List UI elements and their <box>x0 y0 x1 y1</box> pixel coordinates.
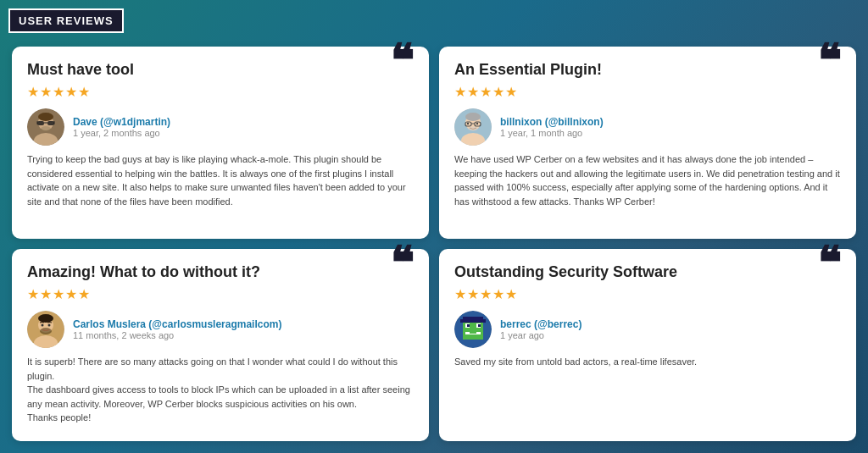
reviewer-time-3: 11 months, 2 weeks ago <box>73 330 281 340</box>
avatar-3 <box>27 311 64 348</box>
review-card-4: ❝ Outstanding Security Software ★★★★★ <box>439 249 856 441</box>
svg-rect-5 <box>47 121 54 125</box>
quote-icon-4: ❝ <box>817 242 841 286</box>
stars-1: ★★★★★ <box>27 84 414 100</box>
review-title-3: Amazing! What to do without it? <box>27 262 414 282</box>
reviewer-time-2: 1 year, 1 month ago <box>500 128 604 138</box>
svg-rect-38 <box>460 319 486 323</box>
reviewer-info-1: Dave (@w1djmartin) 1 year, 2 months ago <box>73 116 170 138</box>
review-text-1: Trying to keep the bad guys at bay is li… <box>27 152 414 208</box>
reviewer-info-4: berrec (@berrec) 1 year ago <box>500 318 581 340</box>
header-badge: USER REVIEWS <box>8 8 124 33</box>
stars-3: ★★★★★ <box>27 286 414 302</box>
svg-point-26 <box>42 324 44 327</box>
svg-rect-8 <box>53 121 55 124</box>
reviewer-name-1: Dave (@w1djmartin) <box>73 116 170 128</box>
svg-rect-34 <box>465 332 470 334</box>
svg-point-14 <box>465 113 481 121</box>
svg-rect-32 <box>467 324 470 327</box>
avatar-2 <box>454 108 492 146</box>
review-text-3: It is superb! There are so many attacks … <box>27 355 414 425</box>
svg-rect-4 <box>37 121 44 125</box>
reviewer-time-4: 1 year ago <box>500 330 581 340</box>
review-text-2: We have used WP Cerber on a few websites… <box>454 152 841 208</box>
review-card-3: ❝ Amazing! What to do without it? ★★★★★ <box>12 249 429 441</box>
reviewer-row-4: berrec (@berrec) 1 year ago <box>454 311 841 348</box>
reviewer-row-1: Dave (@w1djmartin) 1 year, 2 months ago <box>27 108 414 146</box>
review-title-2: An Essential Plugin! <box>454 60 841 80</box>
reviewer-row-3: Carlos Muslera (@carlosmusleragmailcom) … <box>27 311 414 348</box>
svg-point-19 <box>476 123 478 124</box>
svg-point-10 <box>41 126 51 131</box>
avatar-1 <box>27 108 64 146</box>
review-title-4: Outstanding Security Software <box>454 262 841 282</box>
svg-point-9 <box>38 113 53 121</box>
review-card-2: ❝ An Essential Plugin! ★★★★★ <box>439 47 856 239</box>
stars-2: ★★★★★ <box>454 84 841 100</box>
reviewer-name-4: berrec (@berrec) <box>500 318 581 330</box>
stars-4: ★★★★★ <box>454 286 841 302</box>
review-title-1: Must have tool <box>27 60 414 80</box>
svg-rect-36 <box>470 334 476 334</box>
avatar-4 <box>454 311 492 348</box>
svg-rect-35 <box>476 332 481 334</box>
reviews-grid: ❝ Must have tool ★★★★★ <box>0 0 868 453</box>
quote-icon-1: ❝ <box>390 40 414 84</box>
quote-icon-3: ❝ <box>390 242 414 286</box>
svg-point-18 <box>467 123 469 124</box>
review-card-1: ❝ Must have tool ★★★★★ <box>12 47 429 239</box>
svg-point-24 <box>38 314 53 323</box>
svg-rect-7 <box>36 121 38 124</box>
review-text-4: Saved my site from untold bad actors, a … <box>454 355 841 369</box>
svg-point-27 <box>48 324 51 327</box>
reviewer-row-2: billnixon (@billnixon) 1 year, 1 month a… <box>454 108 841 146</box>
quote-icon-2: ❝ <box>817 40 841 84</box>
reviewer-info-3: Carlos Muslera (@carlosmusleragmailcom) … <box>73 318 281 340</box>
reviewer-name-3: Carlos Muslera (@carlosmusleragmailcom) <box>73 318 281 330</box>
reviewer-info-2: billnixon (@billnixon) 1 year, 1 month a… <box>500 116 604 138</box>
reviewer-name-2: billnixon (@billnixon) <box>500 116 604 128</box>
svg-point-20 <box>468 127 478 131</box>
svg-rect-33 <box>478 324 481 327</box>
reviewer-time-1: 1 year, 2 months ago <box>73 128 170 138</box>
